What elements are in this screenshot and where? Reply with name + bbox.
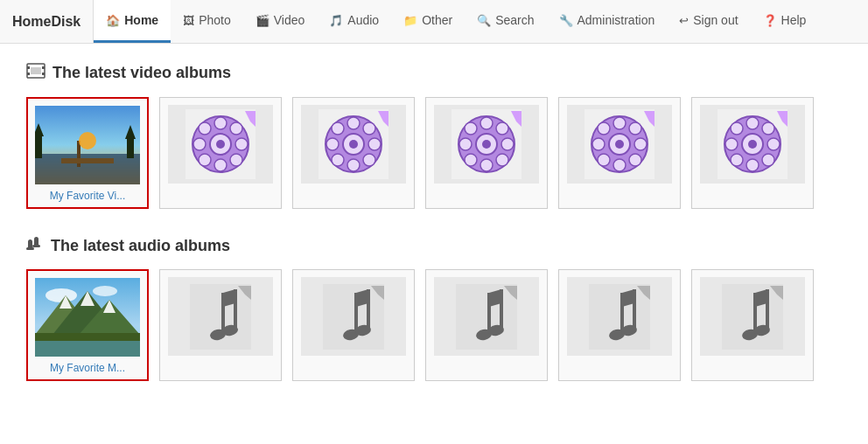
navbar: HomeDisk 🏠 Home 🖼 Photo 🎬 Video 🎵 Audio …: [0, 0, 868, 44]
svg-point-75: [731, 122, 743, 135]
main-content: The latest video albums: [0, 44, 868, 425]
nav-video[interactable]: 🎬 Video: [243, 0, 318, 43]
nav-other-label: Other: [422, 13, 452, 27]
audio-album-6[interactable]: [691, 269, 814, 381]
help-icon: ❓: [763, 14, 777, 27]
nav-photo[interactable]: 🖼 Photo: [171, 0, 243, 43]
video-album-3[interactable]: [292, 97, 415, 209]
svg-point-65: [598, 154, 610, 166]
nav-home[interactable]: 🏠 Home: [94, 0, 171, 43]
audio-album-3[interactable]: [292, 269, 415, 381]
svg-rect-101: [323, 284, 384, 350]
svg-point-36: [332, 122, 344, 135]
nav-video-label: Video: [274, 13, 305, 27]
svg-point-26: [199, 154, 211, 166]
svg-point-23: [199, 122, 211, 135]
home-icon: 🏠: [106, 14, 120, 27]
svg-rect-119: [722, 284, 783, 350]
svg-point-71: [746, 117, 759, 129]
svg-point-52: [465, 154, 477, 166]
svg-point-78: [731, 154, 743, 166]
video-album-6-thumb: [700, 105, 805, 184]
svg-point-47: [459, 138, 472, 150]
video-icon: 🎬: [256, 14, 270, 27]
svg-point-18: [216, 140, 225, 149]
svg-point-62: [598, 122, 610, 135]
audio-album-3-thumb: [301, 277, 406, 356]
audio-album-4-thumb: [434, 277, 539, 356]
nav-audio[interactable]: 🎵 Audio: [317, 0, 391, 43]
video-section-heading: The latest video albums: [52, 64, 231, 82]
svg-rect-95: [190, 284, 251, 350]
svg-point-33: [347, 159, 360, 171]
audio-album-1-label: My Favorite M...: [35, 362, 140, 374]
svg-rect-12: [127, 139, 134, 158]
nav-other[interactable]: 📁 Other: [391, 0, 465, 43]
video-section: The latest video albums: [26, 61, 842, 209]
svg-point-51: [496, 122, 508, 135]
nav-administration[interactable]: 🔧 Administration: [547, 0, 668, 43]
audio-icon: 🎵: [329, 14, 343, 27]
nav-audio-label: Audio: [347, 13, 379, 27]
svg-point-38: [363, 122, 375, 135]
svg-point-37: [363, 154, 375, 166]
svg-rect-3: [42, 66, 45, 69]
nav-help[interactable]: ❓ Help: [751, 0, 819, 43]
svg-rect-2: [27, 73, 30, 75]
audio-album-5[interactable]: [558, 269, 681, 381]
other-icon: 📁: [403, 14, 417, 27]
svg-point-22: [235, 138, 248, 150]
video-album-1[interactable]: My Favorite Vi...: [26, 97, 149, 209]
nav-search[interactable]: 🔍 Search: [465, 0, 546, 43]
signout-icon: ↩: [679, 14, 689, 27]
svg-point-76: [762, 154, 774, 166]
nav-photo-label: Photo: [199, 13, 231, 27]
logo[interactable]: HomeDisk: [0, 0, 94, 43]
video-album-1-thumb: [35, 106, 140, 184]
audio-section-icon: [26, 235, 44, 257]
photo-icon: 🖼: [183, 14, 194, 27]
nav-home-label: Home: [124, 13, 158, 27]
video-album-2[interactable]: [159, 97, 282, 209]
video-album-5-thumb: [567, 105, 672, 184]
nav-search-label: Search: [495, 13, 534, 27]
svg-point-20: [214, 159, 227, 171]
svg-point-19: [214, 117, 227, 129]
svg-point-63: [629, 154, 641, 166]
svg-rect-10: [35, 136, 42, 158]
video-album-6[interactable]: [691, 97, 814, 209]
nav-signout[interactable]: ↩ Sign out: [667, 0, 750, 43]
video-album-2-thumb: [168, 105, 273, 184]
svg-point-44: [482, 140, 491, 149]
audio-album-2[interactable]: [159, 269, 282, 381]
svg-rect-82: [26, 247, 34, 250]
video-album-1-label: My Favorite Vi...: [35, 190, 140, 202]
video-album-4[interactable]: [425, 97, 548, 209]
video-section-icon: [26, 61, 46, 85]
svg-point-77: [762, 122, 774, 135]
video-album-row: My Favorite Vi...: [26, 97, 842, 209]
administration-icon: 🔧: [559, 14, 573, 27]
nav-administration-label: Administration: [578, 13, 655, 27]
svg-point-39: [332, 154, 344, 166]
svg-point-74: [767, 138, 780, 150]
svg-point-45: [480, 117, 493, 129]
svg-point-50: [496, 154, 508, 166]
audio-album-1[interactable]: My Favorite M...: [26, 269, 149, 381]
audio-album-5-thumb: [567, 277, 672, 356]
audio-section: The latest audio albums: [26, 235, 842, 381]
svg-rect-83: [32, 245, 40, 247]
audio-section-title: The latest audio albums: [26, 235, 842, 257]
svg-point-49: [465, 122, 477, 135]
svg-rect-5: [31, 67, 41, 74]
audio-album-2-thumb: [168, 277, 273, 356]
video-album-5[interactable]: [558, 97, 681, 209]
svg-point-60: [592, 138, 605, 150]
video-section-title: The latest video albums: [26, 61, 842, 85]
svg-point-21: [193, 138, 206, 150]
svg-point-57: [615, 140, 624, 149]
audio-album-4[interactable]: [425, 269, 548, 381]
svg-point-35: [368, 138, 381, 150]
video-album-3-thumb: [301, 105, 406, 184]
svg-point-72: [746, 159, 759, 171]
